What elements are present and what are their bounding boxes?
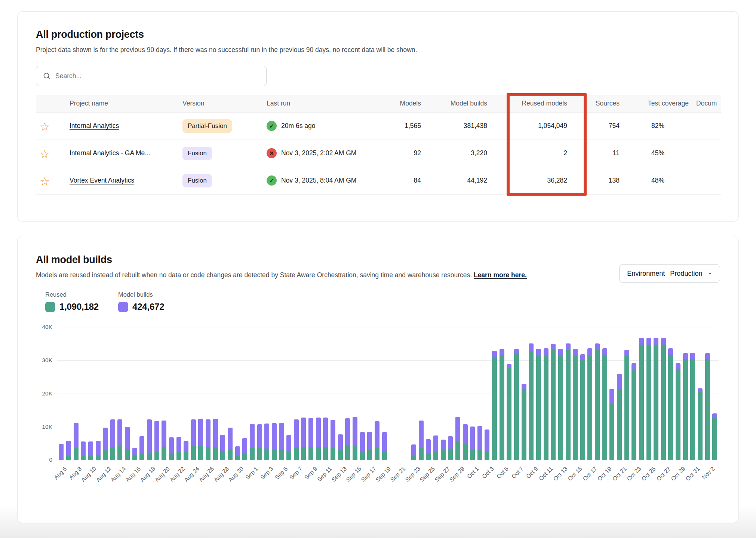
- bar-column[interactable]: [454, 327, 462, 460]
- bar-column[interactable]: [153, 327, 160, 460]
- bar-column[interactable]: [616, 327, 623, 460]
- bar-column[interactable]: [395, 327, 403, 460]
- bar-column[interactable]: [608, 327, 616, 460]
- bar-column[interactable]: [271, 327, 278, 460]
- bar-column[interactable]: [505, 327, 513, 460]
- bar-column[interactable]: [359, 327, 366, 460]
- bar-column[interactable]: [293, 327, 300, 460]
- bar-column[interactable]: [72, 327, 80, 460]
- bar-column[interactable]: [124, 327, 131, 460]
- bar-column[interactable]: [227, 327, 234, 460]
- bar-column[interactable]: [674, 327, 682, 460]
- bar-column[interactable]: [381, 327, 388, 460]
- learn-more-link[interactable]: Learn more here.: [474, 271, 527, 279]
- bar-column[interactable]: [439, 327, 447, 460]
- bar-column[interactable]: [374, 327, 381, 460]
- bar-column[interactable]: [630, 327, 638, 460]
- bar-column[interactable]: [278, 327, 285, 460]
- project-search-box[interactable]: [36, 66, 267, 86]
- bar-column[interactable]: [711, 327, 719, 460]
- bar-column[interactable]: [285, 327, 293, 460]
- bar-column[interactable]: [65, 327, 73, 460]
- bar-column[interactable]: [469, 327, 476, 460]
- bar-column[interactable]: [329, 327, 337, 460]
- bar-column[interactable]: [351, 327, 359, 460]
- bar-column[interactable]: [586, 327, 594, 460]
- bar-column[interactable]: [704, 327, 711, 460]
- bar-column[interactable]: [417, 327, 425, 460]
- environment-select[interactable]: Environment Production ⌄: [619, 264, 720, 283]
- bar-column[interactable]: [572, 327, 579, 460]
- bar-column[interactable]: [131, 327, 138, 460]
- bar-column[interactable]: [366, 327, 374, 460]
- bar-column[interactable]: [190, 327, 197, 460]
- project-name-link[interactable]: Vortex Event Analytics: [70, 177, 134, 184]
- bar-column[interactable]: [594, 327, 601, 460]
- bar-column[interactable]: [212, 327, 219, 460]
- bar-column[interactable]: [513, 327, 520, 460]
- favorite-star-icon[interactable]: ☆: [40, 149, 50, 160]
- project-name-link[interactable]: Internal Analytics: [70, 122, 119, 129]
- bar-column[interactable]: [322, 327, 329, 460]
- bar-column[interactable]: [528, 327, 535, 460]
- bar-column[interactable]: [300, 327, 307, 460]
- bar-column[interactable]: [197, 327, 205, 460]
- table-row[interactable]: ☆ Vortex Event Analytics Fusion ✓Nov 3, …: [36, 167, 721, 194]
- bar-column[interactable]: [520, 327, 528, 460]
- bar-column[interactable]: [234, 327, 241, 460]
- bar-column[interactable]: [461, 327, 469, 460]
- bar-column[interactable]: [175, 327, 182, 460]
- favorite-star-icon[interactable]: ☆: [40, 176, 50, 187]
- bar-column[interactable]: [87, 327, 95, 460]
- bar-column[interactable]: [146, 327, 153, 460]
- bar-column[interactable]: [697, 327, 704, 460]
- table-row[interactable]: ☆ Internal Analytics Partial-Fusion ✓20m…: [36, 112, 721, 140]
- bar-column[interactable]: [432, 327, 440, 460]
- project-name-link[interactable]: Internal Analytics - GA Me...: [70, 149, 150, 157]
- bar-column[interactable]: [623, 327, 630, 460]
- bar-column[interactable]: [491, 327, 498, 460]
- bar-column[interactable]: [307, 327, 315, 460]
- bar-column[interactable]: [638, 327, 645, 460]
- bar-column[interactable]: [263, 327, 271, 460]
- bar-column[interactable]: [182, 327, 190, 460]
- bar-column[interactable]: [80, 327, 87, 460]
- bar-column[interactable]: [109, 327, 116, 460]
- bar-column[interactable]: [249, 327, 256, 460]
- bar-column[interactable]: [344, 327, 351, 460]
- bar-column[interactable]: [160, 327, 168, 460]
- bar-column[interactable]: [116, 327, 124, 460]
- bar-column[interactable]: [58, 327, 65, 460]
- bar-column[interactable]: [219, 327, 227, 460]
- bar-column[interactable]: [425, 327, 432, 460]
- bar-column[interactable]: [652, 327, 660, 460]
- bar-column[interactable]: [579, 327, 586, 460]
- bar-column[interactable]: [645, 327, 652, 460]
- bar-column[interactable]: [388, 327, 396, 460]
- bar-column[interactable]: [689, 327, 697, 460]
- bar-column[interactable]: [667, 327, 674, 460]
- bar-column[interactable]: [660, 327, 667, 460]
- table-row[interactable]: ☆ Internal Analytics - GA Me... Fusion ✕…: [36, 140, 721, 167]
- bar-column[interactable]: [476, 327, 484, 460]
- bar-column[interactable]: [483, 327, 491, 460]
- bar-column[interactable]: [205, 327, 212, 460]
- bar-column[interactable]: [601, 327, 608, 460]
- bar-column[interactable]: [564, 327, 572, 460]
- bar-column[interactable]: [241, 327, 249, 460]
- bar-column[interactable]: [138, 327, 146, 460]
- bar-column[interactable]: [403, 327, 410, 460]
- bar-column[interactable]: [542, 327, 550, 460]
- bar-column[interactable]: [168, 327, 175, 460]
- bar-column[interactable]: [102, 327, 109, 460]
- bar-column[interactable]: [336, 327, 344, 460]
- bar-column[interactable]: [550, 327, 557, 460]
- bar-column[interactable]: [314, 327, 322, 460]
- search-input[interactable]: [55, 72, 259, 80]
- bar-column[interactable]: [447, 327, 454, 460]
- bar-column[interactable]: [682, 327, 689, 460]
- bar-column[interactable]: [256, 327, 263, 460]
- bar-column[interactable]: [535, 327, 543, 460]
- bar-column[interactable]: [498, 327, 505, 460]
- bar-column[interactable]: [94, 327, 102, 460]
